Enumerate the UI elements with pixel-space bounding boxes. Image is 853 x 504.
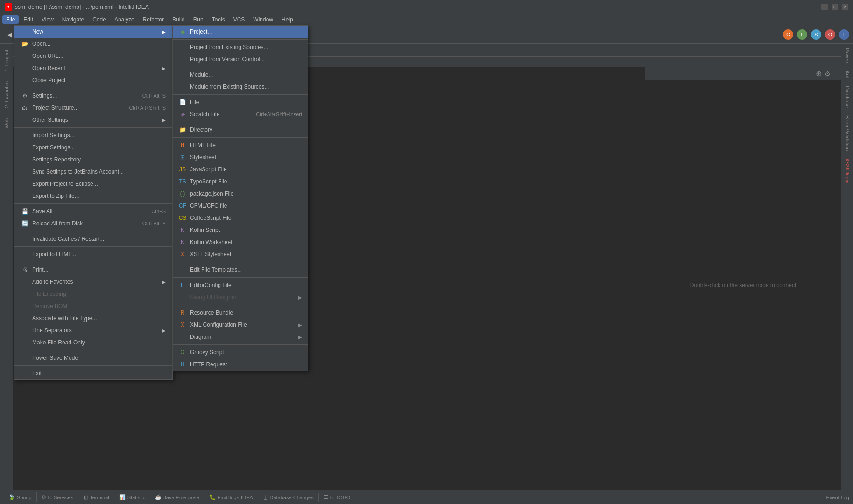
menu-item-import-settings[interactable]: Import Settings... (14, 129, 172, 141)
submenu-kotlin-worksheet[interactable]: K Kotlin Worksheet (173, 236, 308, 248)
menu-item-reload[interactable]: 🔄 Reload All from Disk Ctrl+Alt+Y (14, 217, 172, 230)
server-panel-minimize[interactable]: − (833, 70, 837, 77)
submenu-xslt[interactable]: X XSLT Stylesheet (173, 248, 308, 260)
menu-item-power-save[interactable]: Power Save Mode (14, 352, 172, 364)
menu-item-export-zip[interactable]: Export to Zip File... (14, 190, 172, 202)
folder-icon: 📁 (179, 126, 186, 133)
menu-item-open-url[interactable]: Open URL... (14, 50, 172, 62)
browser-icon-edge[interactable]: E (839, 29, 849, 40)
submenu-typescript[interactable]: TS TypeScript File (173, 175, 308, 188)
menu-run[interactable]: Run (190, 15, 207, 24)
maximize-button[interactable]: □ (832, 4, 838, 10)
sidebar-tab-bean-validation[interactable]: Bean Validation (843, 112, 852, 154)
minimize-button[interactable]: − (821, 4, 828, 10)
browser-icon-safari[interactable]: S (811, 29, 821, 40)
menu-item-invalidate-caches[interactable]: Invalidate Caches / Restart... (14, 233, 172, 245)
sidebar-tab-project[interactable]: 1: Project (2, 46, 11, 75)
sidebar-tab-asmplugin[interactable]: ASMPlugin (843, 154, 852, 187)
menu-analyze[interactable]: Analyze (111, 15, 138, 24)
submenu-project[interactable]: ◆ Project... (173, 26, 308, 38)
menu-tools[interactable]: Tools (208, 15, 229, 24)
menu-item-exit[interactable]: Exit (14, 367, 172, 379)
menu-item-line-separators[interactable]: Line Separators ▶ (14, 324, 172, 336)
menu-item-print[interactable]: 🖨 Print... (14, 264, 172, 276)
menu-build[interactable]: Build (169, 15, 189, 24)
bottom-tab-terminal[interactable]: ◧ Terminal (78, 492, 114, 502)
browser-icon-opera[interactable]: O (825, 29, 835, 40)
bottom-tab-findbugs[interactable]: 🐛 FindBugs-IDEA (204, 492, 258, 502)
submenu-html-file[interactable]: H HTML File (173, 139, 308, 151)
chevron-right-icon: ▶ (162, 118, 166, 123)
bottom-tab-todo[interactable]: ☰ 6: TODO (319, 492, 356, 502)
sidebar-tab-maven[interactable]: Maven (843, 44, 852, 67)
menu-code[interactable]: Code (89, 15, 110, 24)
submenu-project-vcs[interactable]: Project from Version Control... (173, 53, 308, 65)
menu-vcs[interactable]: VCS (230, 15, 249, 24)
sidebar-tab-favorites[interactable]: 2: Favorites (2, 77, 11, 112)
server-panel-settings[interactable]: ⚙ (825, 70, 831, 77)
submenu-stylesheet[interactable]: ⊞ Stylesheet (173, 151, 308, 163)
menu-window[interactable]: Window (249, 15, 277, 24)
menu-item-export-settings[interactable]: Export Settings... (14, 141, 172, 154)
menu-item-open[interactable]: 📂 Open... (14, 38, 172, 50)
sidebar-tab-ant[interactable]: Ant (843, 67, 852, 82)
submenu-diagram[interactable]: Diagram ▶ (173, 331, 308, 343)
submenu-editorconfig[interactable]: E EditorConfig File (173, 279, 308, 291)
bottom-tab-spring[interactable]: 🍃 Spring (4, 492, 37, 502)
menu-item-other-settings[interactable]: Other Settings ▶ (14, 114, 172, 126)
menu-item-add-favorites[interactable]: Add to Favorites ▶ (14, 276, 172, 288)
menu-help[interactable]: Help (278, 15, 297, 24)
submenu-edit-templates[interactable]: Edit File Templates... (173, 264, 308, 276)
title-text: ssm_demo [F:\ssm_demo] - ...\pom.xml - I… (15, 4, 149, 10)
submenu-groovy-script[interactable]: G Groovy Script (173, 346, 308, 358)
submenu-kotlin-script[interactable]: K Kotlin Script (173, 224, 308, 236)
event-log[interactable]: Event Log (826, 495, 849, 500)
submenu-scratch-file[interactable]: ◈ Scratch File Ctrl+Alt+Shift+Insert (173, 108, 308, 120)
submenu-project-existing[interactable]: Project from Existing Sources... (173, 41, 308, 53)
submenu-http-request[interactable]: H HTTP Request (173, 358, 308, 371)
sidebar-tab-database[interactable]: Database (843, 82, 852, 112)
menu-item-associate-file-type[interactable]: Associate with File Type... (14, 312, 172, 324)
submenu-module[interactable]: Module... (173, 69, 308, 81)
close-button[interactable]: × (842, 4, 848, 10)
kotlin-script-icon: K (179, 226, 186, 234)
bottom-tab-statistic[interactable]: 📊 Statistic (114, 492, 151, 502)
submenu-package-json[interactable]: { } package.json File (173, 188, 308, 200)
menu-file[interactable]: File (2, 15, 19, 24)
submenu-file[interactable]: 📄 File (173, 96, 308, 108)
chevron-right-icon: ▶ (162, 280, 166, 285)
browser-icon-chrome[interactable]: C (783, 29, 793, 40)
menu-item-settings[interactable]: ⚙ Settings... Ctrl+Alt+S (14, 90, 172, 102)
menu-item-close-project[interactable]: Close Project (14, 74, 172, 86)
toolbar-back[interactable]: ◀ (4, 29, 15, 40)
menu-item-new[interactable]: New ▶ (14, 26, 172, 38)
menu-item-sync-settings[interactable]: Sync Settings to JetBrains Account... (14, 166, 172, 178)
menu-item-save-all[interactable]: 💾 Save All Ctrl+S (14, 205, 172, 217)
save-icon: 💾 (21, 208, 28, 215)
menu-item-project-structure[interactable]: 🗂 Project Structure... Ctrl+Alt+Shift+S (14, 102, 172, 114)
menu-item-settings-repository[interactable]: Settings Repository... (14, 154, 172, 166)
submenu-cfml[interactable]: CF CFML/CFC file (173, 200, 308, 212)
swing-icon (179, 294, 186, 301)
submenu-xml-config[interactable]: X XML Configuration File ▶ (173, 319, 308, 331)
submenu-directory[interactable]: 📁 Directory (173, 124, 308, 136)
bottom-tab-java-enterprise[interactable]: ☕ Java Enterprise (150, 492, 204, 502)
menu-refactor[interactable]: Refactor (139, 15, 168, 24)
submenu-resource-bundle[interactable]: R Resource Bundle (173, 307, 308, 319)
menu-view[interactable]: View (38, 15, 57, 24)
menu-navigate[interactable]: Navigate (58, 15, 88, 24)
submenu-javascript[interactable]: JS JavaScript File (173, 163, 308, 175)
menu-item-open-recent[interactable]: Open Recent ▶ (14, 62, 172, 74)
server-panel-icon1[interactable]: ⊕ (816, 69, 822, 78)
sidebar-tab-web[interactable]: Web (2, 114, 11, 132)
submenu-module-existing[interactable]: Module from Existing Sources... (173, 81, 308, 93)
browser-icon-firefox[interactable]: F (797, 29, 807, 40)
menu-edit[interactable]: Edit (20, 15, 37, 24)
submenu-coffeescript[interactable]: CS CoffeeScript File (173, 212, 308, 224)
separator (14, 262, 172, 262)
menu-item-export-eclipse[interactable]: Export Project to Eclipse... (14, 178, 172, 190)
bottom-tab-database-changes[interactable]: 🗄 Database Changes (258, 493, 319, 502)
bottom-tab-services[interactable]: ⚙ 8: Services (37, 492, 78, 502)
menu-item-export-html[interactable]: Export to HTML... (14, 248, 172, 260)
menu-item-make-read-only[interactable]: Make File Read-Only (14, 336, 172, 349)
